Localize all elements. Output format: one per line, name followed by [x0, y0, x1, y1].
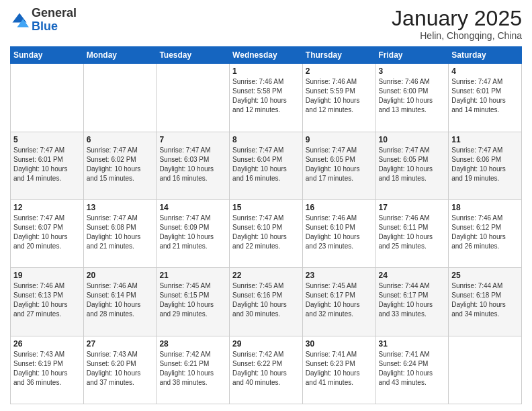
- logo-text: General Blue: [32, 7, 77, 34]
- day-number: 30: [306, 339, 373, 349]
- calendar-week-1: 1 Sunrise: 7:46 AMSunset: 5:58 PMDayligh…: [11, 64, 522, 132]
- day-info: Sunrise: 7:46 AMSunset: 5:59 PMDaylight:…: [306, 77, 373, 115]
- day-info: Sunrise: 7:46 AMSunset: 6:13 PMDaylight:…: [13, 281, 81, 319]
- calendar-week-3: 12 Sunrise: 7:47 AMSunset: 6:07 PMDaylig…: [11, 199, 522, 267]
- day-info: Sunrise: 7:44 AMSunset: 6:18 PMDaylight:…: [451, 281, 519, 319]
- day-number: 7: [159, 135, 226, 144]
- day-info: Sunrise: 7:45 AMSunset: 6:15 PMDaylight:…: [159, 281, 226, 319]
- logo-general: General: [32, 6, 77, 19]
- table-row: 19 Sunrise: 7:46 AMSunset: 6:13 PMDaylig…: [11, 268, 84, 336]
- day-info: Sunrise: 7:45 AMSunset: 6:17 PMDaylight:…: [306, 281, 373, 319]
- day-number: 10: [379, 135, 446, 144]
- table-row: 11 Sunrise: 7:47 AMSunset: 6:06 PMDaylig…: [449, 132, 522, 199]
- calendar-week-5: 26 Sunrise: 7:43 AMSunset: 6:19 PMDaylig…: [11, 336, 522, 404]
- table-row: 5 Sunrise: 7:47 AMSunset: 6:01 PMDayligh…: [11, 132, 84, 199]
- table-row: [11, 64, 84, 132]
- day-info: Sunrise: 7:47 AMSunset: 6:01 PMDaylight:…: [13, 146, 81, 183]
- day-number: 9: [306, 135, 373, 144]
- day-info: Sunrise: 7:46 AMSunset: 6:14 PMDaylight:…: [87, 281, 154, 319]
- header: General Blue January 2025 Helin, Chongqi…: [10, 7, 522, 41]
- day-info: Sunrise: 7:47 AMSunset: 6:03 PMDaylight:…: [159, 146, 226, 183]
- table-row: 3 Sunrise: 7:46 AMSunset: 6:00 PMDayligh…: [375, 64, 449, 132]
- main-title: January 2025: [392, 7, 522, 30]
- day-number: 4: [451, 66, 519, 76]
- table-row: 23 Sunrise: 7:45 AMSunset: 6:17 PMDaylig…: [302, 268, 375, 336]
- table-row: 10 Sunrise: 7:47 AMSunset: 6:05 PMDaylig…: [375, 132, 449, 199]
- day-number: 17: [379, 203, 446, 212]
- calendar-week-2: 5 Sunrise: 7:47 AMSunset: 6:01 PMDayligh…: [11, 132, 522, 199]
- table-row: 31 Sunrise: 7:41 AMSunset: 6:24 PMDaylig…: [375, 336, 449, 404]
- day-number: 16: [306, 203, 373, 212]
- logo-icon: [10, 11, 29, 30]
- day-info: Sunrise: 7:41 AMSunset: 6:23 PMDaylight:…: [306, 350, 373, 387]
- table-row: 17 Sunrise: 7:46 AMSunset: 6:11 PMDaylig…: [375, 199, 449, 267]
- day-number: 14: [159, 203, 226, 212]
- day-number: 15: [232, 203, 300, 212]
- table-row: 26 Sunrise: 7:43 AMSunset: 6:19 PMDaylig…: [11, 336, 84, 404]
- day-number: 5: [13, 135, 81, 144]
- day-info: Sunrise: 7:44 AMSunset: 6:17 PMDaylight:…: [379, 281, 446, 319]
- table-row: 15 Sunrise: 7:47 AMSunset: 6:10 PMDaylig…: [230, 199, 303, 267]
- day-info: Sunrise: 7:46 AMSunset: 6:11 PMDaylight:…: [379, 214, 446, 251]
- table-row: [157, 64, 230, 132]
- day-number: 12: [13, 203, 81, 212]
- day-info: Sunrise: 7:47 AMSunset: 6:05 PMDaylight:…: [379, 146, 446, 183]
- day-info: Sunrise: 7:42 AMSunset: 6:21 PMDaylight:…: [159, 350, 226, 387]
- table-row: 29 Sunrise: 7:42 AMSunset: 6:22 PMDaylig…: [230, 336, 303, 404]
- day-number: 27: [87, 339, 154, 349]
- day-number: 1: [232, 66, 300, 76]
- day-number: 2: [306, 66, 373, 76]
- table-row: 16 Sunrise: 7:46 AMSunset: 6:10 PMDaylig…: [302, 199, 375, 267]
- col-friday: Friday: [375, 47, 449, 64]
- day-number: 22: [232, 271, 300, 280]
- day-number: 6: [87, 135, 154, 144]
- table-row: 21 Sunrise: 7:45 AMSunset: 6:15 PMDaylig…: [157, 268, 230, 336]
- day-info: Sunrise: 7:47 AMSunset: 6:04 PMDaylight:…: [232, 146, 300, 183]
- day-info: Sunrise: 7:43 AMSunset: 6:20 PMDaylight:…: [87, 350, 154, 387]
- calendar-week-4: 19 Sunrise: 7:46 AMSunset: 6:13 PMDaylig…: [11, 268, 522, 336]
- day-info: Sunrise: 7:42 AMSunset: 6:22 PMDaylight:…: [232, 350, 300, 387]
- day-info: Sunrise: 7:46 AMSunset: 6:10 PMDaylight:…: [306, 214, 373, 251]
- day-number: 3: [379, 66, 446, 76]
- day-number: 29: [232, 339, 300, 349]
- day-info: Sunrise: 7:46 AMSunset: 5:58 PMDaylight:…: [232, 77, 300, 115]
- col-thursday: Thursday: [302, 47, 375, 64]
- day-number: 21: [159, 271, 226, 280]
- day-info: Sunrise: 7:47 AMSunset: 6:02 PMDaylight:…: [87, 146, 154, 183]
- table-row: 12 Sunrise: 7:47 AMSunset: 6:07 PMDaylig…: [11, 199, 84, 267]
- subtitle: Helin, Chongqing, China: [392, 30, 522, 41]
- day-number: 25: [451, 271, 519, 280]
- day-number: 26: [13, 339, 81, 349]
- calendar-header-row: Sunday Monday Tuesday Wednesday Thursday…: [11, 47, 522, 64]
- title-block: January 2025 Helin, Chongqing, China: [392, 7, 522, 41]
- day-number: 31: [379, 339, 446, 349]
- day-number: 18: [451, 203, 519, 212]
- table-row: 14 Sunrise: 7:47 AMSunset: 6:09 PMDaylig…: [157, 199, 230, 267]
- day-number: 24: [379, 271, 446, 280]
- col-sunday: Sunday: [11, 47, 84, 64]
- day-number: 8: [232, 135, 300, 144]
- day-number: 19: [13, 271, 81, 280]
- calendar-table: Sunday Monday Tuesday Wednesday Thursday…: [10, 46, 522, 404]
- col-tuesday: Tuesday: [157, 47, 230, 64]
- col-saturday: Saturday: [449, 47, 522, 64]
- col-monday: Monday: [83, 47, 157, 64]
- table-row: 4 Sunrise: 7:47 AMSunset: 6:01 PMDayligh…: [449, 64, 522, 132]
- table-row: 1 Sunrise: 7:46 AMSunset: 5:58 PMDayligh…: [230, 64, 303, 132]
- logo-blue: Blue: [32, 19, 58, 33]
- table-row: 8 Sunrise: 7:47 AMSunset: 6:04 PMDayligh…: [230, 132, 303, 199]
- table-row: 7 Sunrise: 7:47 AMSunset: 6:03 PMDayligh…: [157, 132, 230, 199]
- day-number: 23: [306, 271, 373, 280]
- table-row: 13 Sunrise: 7:47 AMSunset: 6:08 PMDaylig…: [83, 199, 157, 267]
- table-row: 30 Sunrise: 7:41 AMSunset: 6:23 PMDaylig…: [302, 336, 375, 404]
- day-number: 11: [451, 135, 519, 144]
- day-info: Sunrise: 7:45 AMSunset: 6:16 PMDaylight:…: [232, 281, 300, 319]
- table-row: 9 Sunrise: 7:47 AMSunset: 6:05 PMDayligh…: [302, 132, 375, 199]
- table-row: 18 Sunrise: 7:46 AMSunset: 6:12 PMDaylig…: [449, 199, 522, 267]
- table-row: 25 Sunrise: 7:44 AMSunset: 6:18 PMDaylig…: [449, 268, 522, 336]
- logo: General Blue: [10, 7, 77, 34]
- table-row: 6 Sunrise: 7:47 AMSunset: 6:02 PMDayligh…: [83, 132, 157, 199]
- day-info: Sunrise: 7:47 AMSunset: 6:08 PMDaylight:…: [87, 214, 154, 251]
- day-number: 28: [159, 339, 226, 349]
- page: General Blue January 2025 Helin, Chongqi…: [0, 0, 532, 411]
